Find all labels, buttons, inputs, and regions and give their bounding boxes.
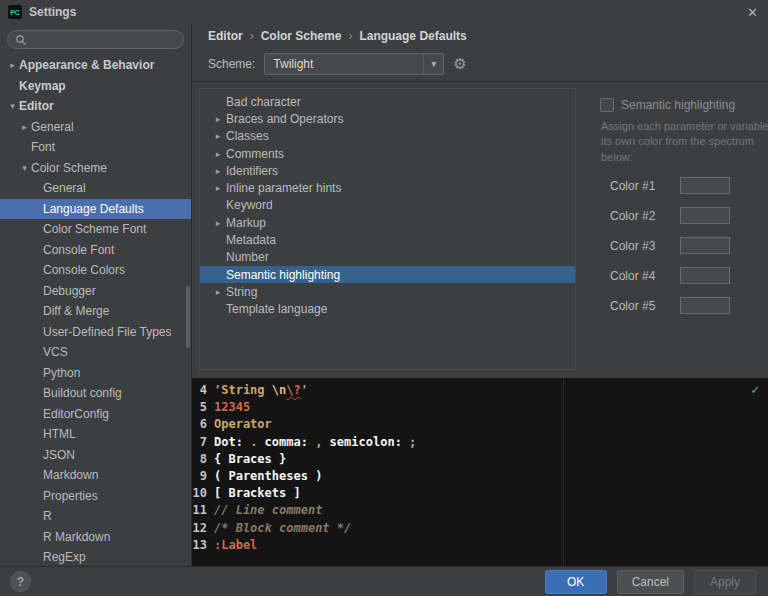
attribute-item-inline-parameter-hints[interactable]: ▸Inline parameter hints [200,179,575,196]
code-line: 6Operator [192,416,768,433]
sidebar-item-debugger[interactable]: Debugger [0,281,191,302]
attribute-item-keyword[interactable]: Keyword [200,197,575,214]
sidebar-item-appearance-behavior[interactable]: ▸Appearance & Behavior [0,55,191,76]
attribute-item-classes[interactable]: ▸Classes [200,128,575,145]
sidebar-item-label: Appearance & Behavior [19,58,154,72]
color-row-1: Color #1 [610,177,756,194]
attribute-item-braces-and-operators[interactable]: ▸Braces and Operators [200,110,575,127]
chevron-right-icon[interactable]: ▸ [210,183,226,193]
sidebar-scrollbar-thumb[interactable] [186,286,190,348]
color-value-field[interactable] [680,297,730,314]
breadcrumb-separator: › [348,29,352,43]
semantic-highlighting-checkbox[interactable] [600,98,614,112]
sidebar-item-properties[interactable]: Properties [0,486,191,507]
color-row-4: Color #4 [610,267,756,284]
sidebar-item-label: Console Colors [43,263,125,277]
color-value-field[interactable] [680,207,730,224]
color-label: Color #5 [610,299,680,313]
code-line: 12/* Block comment */ [192,520,768,537]
chevron-right-icon[interactable]: ▸ [210,114,226,124]
sidebar-item-console-colors[interactable]: Console Colors [0,260,191,281]
attribute-item-label: Metadata [226,233,276,247]
sidebar-item-user-defined-file-types[interactable]: User-Defined File Types [0,322,191,343]
sidebar-item-json[interactable]: JSON [0,445,191,466]
color-fields: Color #1Color #2Color #3Color #4Color #5 [600,177,756,314]
sidebar-item-regexp[interactable]: RegExp [0,547,191,566]
sidebar-item-r[interactable]: R [0,506,191,527]
code-line: 8{ Braces } [192,451,768,468]
scheme-select[interactable]: Twilight ▾ [264,53,444,75]
sidebar-item-label: RegExp [43,550,86,564]
sidebar-item-editor[interactable]: ▾Editor [0,96,191,117]
attribute-item-label: Braces and Operators [226,112,343,126]
sidebar-item-general[interactable]: ▸General [0,117,191,138]
sidebar-item-editorconfig[interactable]: EditorConfig [0,404,191,425]
attribute-item-label: Number [226,250,269,264]
attribute-item-string[interactable]: ▸String [200,283,575,300]
chevron-right-icon[interactable]: ▸ [210,149,226,159]
sidebar-item-color-scheme-font[interactable]: Color Scheme Font [0,219,191,240]
sidebar-item-buildout-config[interactable]: Buildout config [0,383,191,404]
attributes-tree: Bad character▸Braces and Operators▸Class… [199,88,576,370]
semantic-highlighting-description: Assign each parameter or variable its ow… [601,119,768,165]
settings-search[interactable] [7,30,184,49]
breadcrumb-item-language-defaults[interactable]: Language Defaults [359,29,466,43]
code-line: 4'String \n\?' [192,382,768,399]
chevron-down-icon: ▾ [423,54,443,74]
line-number: 4 [192,382,214,399]
ok-button[interactable]: OK [545,570,607,594]
scheme-row: Scheme: Twilight ▾ ⚙ [192,46,768,82]
attribute-item-template-language[interactable]: Template language [200,301,575,318]
sidebar-item-font[interactable]: Font [0,137,191,158]
code-line: 13:Label [192,537,768,554]
attribute-item-bad-character[interactable]: Bad character [200,93,575,110]
sidebar-item-vcs[interactable]: VCS [0,342,191,363]
attribute-item-label: String [226,285,257,299]
sidebar-item-python[interactable]: Python [0,363,191,384]
line-number: 11 [192,502,214,519]
attribute-item-number[interactable]: Number [200,249,575,266]
sidebar-item-language-defaults[interactable]: Language Defaults [0,199,191,220]
sidebar-item-label: HTML [43,427,76,441]
sidebar-item-general[interactable]: General [0,178,191,199]
settings-search-input[interactable] [32,33,176,47]
line-number: 6 [192,416,214,433]
chevron-right-icon[interactable]: ▸ [210,166,226,176]
chevron-down-icon[interactable]: ▾ [18,163,31,173]
chevron-down-icon[interactable]: ▾ [6,101,19,111]
sidebar-item-html[interactable]: HTML [0,424,191,445]
attribute-item-metadata[interactable]: Metadata [200,231,575,248]
breadcrumb-item-editor[interactable]: Editor [208,29,243,43]
attribute-item-label: Template language [226,302,327,316]
color-value-field[interactable] [680,237,730,254]
attribute-item-semantic-highlighting[interactable]: Semantic highlighting [200,266,575,283]
preview-code: 4'String \n\?'5123456Operator7Dot: . com… [192,382,768,554]
sidebar-item-color-scheme[interactable]: ▾Color Scheme [0,158,191,179]
line-number: 12 [192,520,214,537]
line-number: 9 [192,468,214,485]
close-icon[interactable]: ✕ [747,6,758,19]
chevron-right-icon[interactable]: ▸ [18,122,31,132]
preview-editor[interactable]: 4'String \n\?'5123456Operator7Dot: . com… [192,378,768,566]
sidebar-item-label: General [31,120,74,134]
sidebar-item-markdown[interactable]: Markdown [0,465,191,486]
attribute-item-identifiers[interactable]: ▸Identifiers [200,162,575,179]
help-icon[interactable]: ? [10,571,31,592]
apply-button[interactable]: Apply [694,570,756,594]
chevron-right-icon[interactable]: ▸ [210,287,226,297]
chevron-right-icon[interactable]: ▸ [210,218,226,228]
sidebar-item-console-font[interactable]: Console Font [0,240,191,261]
attribute-item-markup[interactable]: ▸Markup [200,214,575,231]
gear-icon[interactable]: ⚙ [453,56,466,71]
attribute-item-comments[interactable]: ▸Comments [200,145,575,162]
color-value-field[interactable] [680,267,730,284]
sidebar-item-keymap[interactable]: Keymap [0,76,191,97]
sidebar-item-r-markdown[interactable]: R Markdown [0,527,191,548]
cancel-button[interactable]: Cancel [617,570,684,594]
attribute-item-label: Inline parameter hints [226,181,341,195]
chevron-right-icon[interactable]: ▸ [210,131,226,141]
chevron-right-icon[interactable]: ▸ [6,60,19,70]
breadcrumb-item-color-scheme[interactable]: Color Scheme [261,29,342,43]
sidebar-item-diff-merge[interactable]: Diff & Merge [0,301,191,322]
color-value-field[interactable] [680,177,730,194]
